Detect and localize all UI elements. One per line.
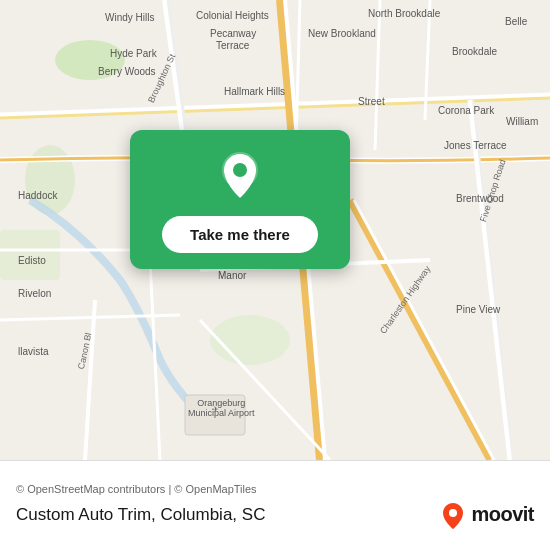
- moovit-brand-text: moovit: [471, 503, 534, 526]
- location-pin-icon: [214, 150, 266, 202]
- location-name: Custom Auto Trim, Columbia, SC: [16, 505, 265, 525]
- moovit-pin-icon: [439, 501, 467, 529]
- info-bar: © OpenStreetMap contributors | © OpenMap…: [0, 460, 550, 550]
- moovit-logo: moovit: [439, 501, 534, 529]
- attribution: © OpenStreetMap contributors | © OpenMap…: [16, 483, 534, 495]
- svg-rect-4: [0, 230, 60, 280]
- svg-text:✈: ✈: [212, 405, 219, 414]
- svg-point-20: [449, 509, 457, 517]
- svg-point-19: [233, 163, 247, 177]
- svg-point-3: [210, 315, 290, 365]
- take-me-there-button[interactable]: Take me there: [162, 216, 318, 253]
- map-container: ✈ Windy Hills Colonial Heights North Bro…: [0, 0, 550, 460]
- svg-point-1: [55, 40, 125, 80]
- svg-rect-16: [185, 395, 245, 435]
- action-card: Take me there: [130, 130, 350, 269]
